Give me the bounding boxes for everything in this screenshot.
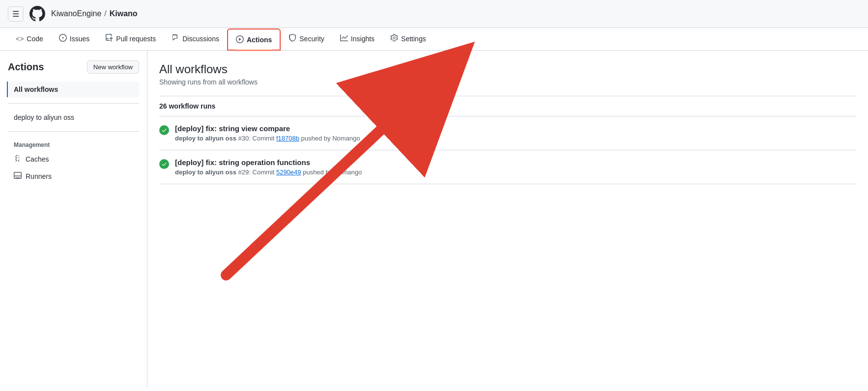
- sidebar-item-caches[interactable]: Caches: [8, 150, 139, 168]
- tab-actions[interactable]: Actions: [227, 28, 281, 51]
- tab-settings-label: Settings: [401, 35, 426, 43]
- run-2-status-icon: [159, 159, 169, 169]
- runners-icon: [14, 171, 22, 181]
- tab-code[interactable]: <> Code: [8, 29, 51, 50]
- hamburger-button[interactable]: ☰: [8, 6, 24, 22]
- repo-nav: <> Code Issues Pull requests Discussions…: [0, 28, 868, 51]
- org-name[interactable]: KiwanoEngine: [51, 9, 101, 18]
- run-1-status-icon: [159, 125, 169, 135]
- settings-icon: [390, 34, 398, 43]
- sidebar-title: Actions: [8, 61, 44, 73]
- workflow-run-item[interactable]: [deploy] fix: string view compare deploy…: [159, 116, 856, 150]
- success-icon: [159, 125, 169, 135]
- discussions-icon: [172, 34, 179, 43]
- run-2-pushed-by: Nomango: [334, 168, 362, 176]
- sidebar: Actions New workflow All workflows deplo…: [0, 51, 147, 388]
- run-2-commit-text: Commit: [253, 168, 275, 176]
- active-underline: [236, 50, 272, 51]
- sidebar-management-label: Management: [8, 138, 139, 150]
- run-1-meta: deploy to aliyun oss #30: Commit f18708b…: [175, 135, 360, 142]
- workflow-runs-count: 26 workflow runs: [159, 96, 856, 116]
- run-1-workflow: deploy to aliyun oss: [175, 135, 236, 142]
- sidebar-item-deploy-aliyun[interactable]: deploy to aliyun oss: [8, 110, 139, 125]
- sidebar-item-deploy-aliyun-label: deploy to aliyun oss: [14, 113, 74, 121]
- sidebar-item-runners-label: Runners: [26, 172, 52, 180]
- tab-security-label: Security: [299, 35, 324, 43]
- tab-discussions-label: Discussions: [182, 35, 219, 43]
- repo-name[interactable]: Kiwano: [110, 9, 138, 18]
- top-nav-bar: ☰ KiwanoEngine / Kiwano: [0, 0, 868, 28]
- tab-settings[interactable]: Settings: [382, 28, 434, 50]
- run-2-commit-hash[interactable]: 5290e49: [276, 168, 301, 176]
- tab-security[interactable]: Security: [281, 28, 332, 50]
- run-2-meta: deploy to aliyun oss #29: Commit 5290e49…: [175, 168, 362, 176]
- content-title: All workflows: [159, 62, 856, 76]
- content-area: All workflows Showing runs from all work…: [147, 51, 868, 388]
- tab-discussions[interactable]: Discussions: [164, 28, 227, 50]
- run-1-commit-text: Commit: [253, 135, 275, 142]
- content-header: All workflows Showing runs from all work…: [159, 62, 856, 86]
- tab-insights-label: Insights: [351, 35, 375, 43]
- caches-icon: [14, 154, 22, 164]
- run-1-number: #30: [238, 135, 249, 142]
- tab-pull-requests[interactable]: Pull requests: [97, 28, 164, 50]
- run-2-title[interactable]: [deploy] fix: string operation functions: [175, 158, 362, 167]
- pull-requests-icon: [105, 34, 113, 43]
- sidebar-item-runners[interactable]: Runners: [8, 168, 139, 185]
- run-2-workflow: deploy to aliyun oss: [175, 168, 236, 176]
- run-2-info: [deploy] fix: string operation functions…: [175, 158, 362, 176]
- github-logo-icon: [29, 6, 45, 22]
- tab-code-label: Code: [27, 35, 43, 43]
- run-2-number: #29: [238, 168, 249, 176]
- code-icon: <>: [16, 35, 24, 43]
- breadcrumb-separator: /: [104, 9, 106, 18]
- actions-icon: [236, 35, 244, 45]
- sidebar-divider-2: [8, 131, 139, 132]
- sidebar-divider-1: [8, 103, 139, 104]
- run-1-pushed-by: Nomango: [332, 135, 360, 142]
- breadcrumb: KiwanoEngine / Kiwano: [51, 9, 138, 18]
- sidebar-item-caches-label: Caches: [26, 155, 49, 163]
- tab-pull-requests-label: Pull requests: [116, 35, 156, 43]
- issues-icon: [59, 34, 67, 43]
- success-icon: [159, 159, 169, 169]
- new-workflow-button[interactable]: New workflow: [87, 60, 139, 74]
- tab-issues-label: Issues: [70, 35, 89, 43]
- main-layout: Actions New workflow All workflows deplo…: [0, 51, 868, 388]
- sidebar-header: Actions New workflow: [8, 60, 139, 74]
- workflow-run-item[interactable]: [deploy] fix: string operation functions…: [159, 150, 856, 184]
- run-1-title[interactable]: [deploy] fix: string view compare: [175, 124, 360, 133]
- run-1-commit-hash[interactable]: f18708b: [276, 135, 299, 142]
- sidebar-item-all-workflows[interactable]: All workflows: [7, 82, 139, 97]
- insights-icon: [340, 34, 348, 43]
- content-subtitle: Showing runs from all workflows: [159, 78, 856, 86]
- run-1-info: [deploy] fix: string view compare deploy…: [175, 124, 360, 142]
- tab-actions-label: Actions: [247, 36, 272, 44]
- security-icon: [289, 34, 296, 43]
- tab-issues[interactable]: Issues: [51, 28, 97, 50]
- sidebar-item-all-workflows-label: All workflows: [14, 85, 58, 93]
- tab-insights[interactable]: Insights: [332, 28, 382, 50]
